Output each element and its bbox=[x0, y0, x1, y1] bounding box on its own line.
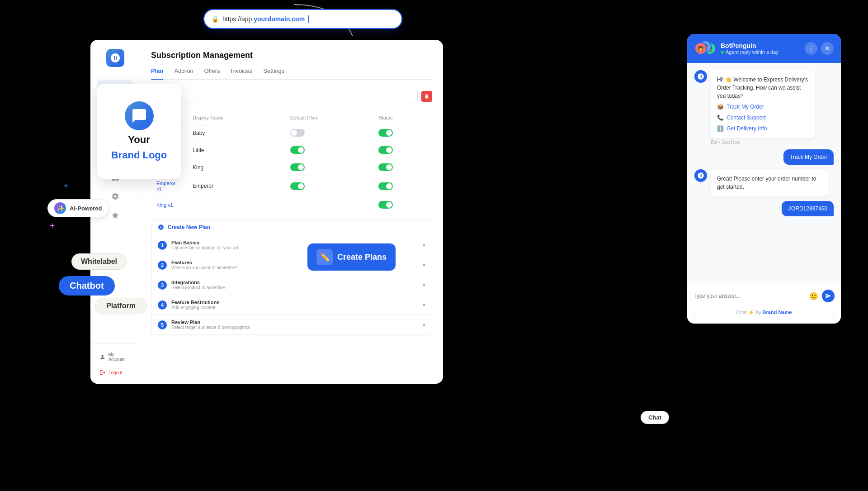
url-text: https://app.yourdomain.com bbox=[222, 15, 305, 23]
chat-body: Hi! 👋 Welcome to Express Delivery's Orde… bbox=[687, 63, 841, 284]
plan-status-toggle[interactable] bbox=[373, 176, 432, 196]
plan-id: Emperor v1 bbox=[151, 176, 187, 196]
sidebar-logo bbox=[106, 49, 124, 67]
user-bubble-1: Track My Order bbox=[783, 149, 834, 165]
chat-header-info: BotPenguin Agent reply within a day bbox=[721, 42, 800, 55]
decor-plus-2: + bbox=[50, 221, 55, 231]
step-desc-4: Add engaging content bbox=[171, 305, 423, 310]
support-label: Contact Support bbox=[726, 114, 766, 122]
send-button[interactable] bbox=[822, 290, 835, 302]
plan-display-name: Little bbox=[187, 142, 285, 159]
step-content-5: Review Plan Select target audience & dem… bbox=[171, 319, 423, 330]
url-bar[interactable]: 🔒 https://app.yourdomain.com bbox=[203, 9, 402, 29]
tabs-bar: Plan Add-on Offers Invoices Settings bbox=[151, 67, 432, 80]
chat-widget: 👩 👨 👩 BotPenguin Agent reply within a da… bbox=[687, 34, 841, 324]
plan-display-name: Baby bbox=[187, 124, 285, 142]
chat-avatars: 👩 👨 👩 bbox=[694, 40, 716, 57]
bot-option-track[interactable]: 📦 Track My Order bbox=[717, 103, 809, 111]
bot-timestamp: Bot • Just Now bbox=[711, 140, 834, 145]
brand-icon bbox=[131, 108, 147, 124]
chevron-icon-2: ▾ bbox=[423, 262, 425, 268]
favorites-icon bbox=[111, 211, 119, 219]
step-number-5: 5 bbox=[158, 320, 167, 329]
create-plan-step-5[interactable]: 5 Review Plan Select target audience & d… bbox=[151, 315, 432, 335]
bot-option-delivery[interactable]: ℹ️ Get Delivery Info bbox=[717, 124, 809, 133]
plan-status-toggle[interactable] bbox=[373, 159, 432, 176]
delete-badge[interactable] bbox=[421, 91, 432, 102]
bot-message-row-1: Hi! 👋 Welcome to Express Delivery's Orde… bbox=[694, 70, 834, 145]
delivery-label: Get Delivery Info bbox=[726, 124, 767, 133]
chatbot-label: Chatbot bbox=[59, 276, 115, 296]
step-title-4: Feature Restrictions bbox=[171, 300, 423, 305]
account-icon bbox=[99, 354, 105, 360]
tab-offers[interactable]: Offers bbox=[204, 67, 220, 80]
bot-avatar bbox=[694, 70, 707, 83]
send-icon bbox=[825, 293, 831, 299]
bot-option-support[interactable]: 📞 Contact Support bbox=[717, 114, 809, 122]
create-plan-step-3[interactable]: 3 Integrations Select product to adverti… bbox=[151, 275, 432, 295]
table-row: King v2 King bbox=[151, 159, 432, 176]
ai-powered-badge: ✨ AI-Powered bbox=[47, 199, 109, 217]
logout-label: Logout bbox=[108, 370, 123, 375]
plan-default-toggle[interactable] bbox=[285, 176, 373, 196]
table-row: Baby bbox=[151, 124, 432, 142]
bot-message-row-2: Great! Please enter your order number to… bbox=[694, 169, 834, 196]
brand-name: Brand Name bbox=[763, 310, 792, 315]
create-plans-icon: ✏️ bbox=[316, 249, 333, 265]
step-title-5: Review Plan bbox=[171, 319, 423, 325]
step-number-4: 4 bbox=[158, 300, 167, 310]
chat-input[interactable] bbox=[693, 293, 806, 299]
create-plan-header[interactable]: Create New Plan bbox=[151, 219, 432, 235]
step-content-4: Feature Restrictions Add engaging conten… bbox=[171, 300, 423, 310]
plan-status-toggle[interactable] bbox=[373, 142, 432, 159]
plan-default-toggle[interactable] bbox=[285, 159, 373, 176]
brand-logo-icon bbox=[125, 101, 154, 130]
brand-logo-card: Your Brand Logo bbox=[97, 84, 181, 179]
bot-options: 📦 Track My Order 📞 Contact Support ℹ️ Ge… bbox=[717, 103, 809, 133]
delete-icon bbox=[424, 94, 429, 99]
chat-more-button[interactable]: ⋮ bbox=[805, 42, 817, 55]
step-number-1: 1 bbox=[158, 241, 167, 250]
create-plans-badge[interactable]: ✏️ Create Plans bbox=[307, 243, 396, 271]
step-number-2: 2 bbox=[158, 261, 167, 270]
chevron-icon-3: ▾ bbox=[423, 282, 425, 288]
step-desc-5: Select target audience & demographics bbox=[171, 325, 423, 330]
url-cursor bbox=[308, 15, 309, 23]
plan-display-name bbox=[187, 196, 285, 214]
welcome-text: Hi! 👋 Welcome to Express Delivery's Orde… bbox=[717, 76, 808, 99]
create-plan-label: Create New Plan bbox=[168, 224, 210, 230]
create-plan-step-4[interactable]: 4 Feature Restrictions Add engaging cont… bbox=[151, 295, 432, 315]
settings-icon bbox=[111, 192, 119, 200]
tab-plan[interactable]: Plan bbox=[151, 67, 163, 80]
chat-bot-status: Agent reply within a day bbox=[721, 49, 800, 55]
bot-icon bbox=[697, 73, 704, 80]
my-account-item[interactable]: My Account bbox=[96, 349, 134, 365]
support-icon: 📞 bbox=[717, 114, 724, 122]
plan-status-toggle[interactable] bbox=[373, 124, 432, 142]
chevron-icon-5: ▾ bbox=[423, 322, 425, 328]
emoji-button[interactable]: 🙂 bbox=[809, 292, 818, 300]
create-plan-section: Create New Plan 1 Plan Basics Choose the… bbox=[151, 219, 432, 335]
chat-header: 👩 👨 👩 BotPenguin Agent reply within a da… bbox=[687, 34, 841, 63]
delivery-icon: ℹ️ bbox=[717, 124, 724, 133]
bot-welcome-bubble: Hi! 👋 Welcome to Express Delivery's Orde… bbox=[711, 70, 815, 138]
chat-close-button[interactable]: ✕ bbox=[821, 42, 834, 55]
plan-display-name: Emperor bbox=[187, 176, 285, 196]
logout-item[interactable]: Logout bbox=[96, 367, 134, 378]
tab-settings[interactable]: Settings bbox=[263, 67, 284, 80]
ai-icon: ✨ bbox=[54, 202, 66, 214]
plan-status-toggle[interactable] bbox=[373, 196, 432, 214]
tab-invoices[interactable]: Invoices bbox=[231, 67, 253, 80]
plan-search-input[interactable] bbox=[151, 89, 418, 104]
sidebar-bottom: My Account Logout bbox=[90, 343, 140, 384]
plan-default-toggle[interactable] bbox=[285, 142, 373, 159]
tab-addon[interactable]: Add-on bbox=[174, 67, 193, 80]
plan-table: Display Name Default Plan Status Baby Li… bbox=[151, 111, 432, 214]
chat-input-area: 🙂 Chat ⚡ by Brand Name bbox=[687, 284, 841, 324]
plan-display-name: King bbox=[187, 159, 285, 176]
plan-default-toggle[interactable] bbox=[285, 124, 373, 142]
track-label: Track My Order bbox=[726, 103, 764, 111]
logo-icon bbox=[110, 52, 121, 63]
status-dot bbox=[721, 51, 724, 54]
bot-avatar-2 bbox=[694, 169, 707, 182]
